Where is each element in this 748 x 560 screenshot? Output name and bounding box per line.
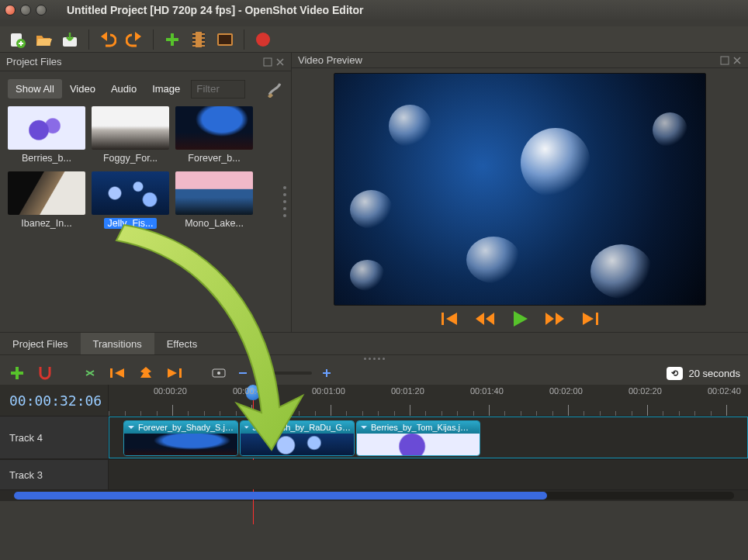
zoom-out-icon[interactable] <box>237 368 248 379</box>
timeline-clip[interactable]: Berries_by_Tom_Kijas.j… <box>356 420 480 456</box>
play-button[interactable] <box>511 310 528 327</box>
timeline: 00:00:32:06 00:00:2000:00:4000:01:0000:0… <box>0 385 748 501</box>
track-lane[interactable] <box>109 460 748 489</box>
svg-rect-21 <box>110 368 113 378</box>
svg-rect-6 <box>192 33 196 35</box>
project-file-label: Mono_Lake... <box>175 218 253 229</box>
clip-menu-icon[interactable] <box>244 423 249 431</box>
center-playhead-button[interactable] <box>210 364 228 382</box>
undock-icon[interactable] <box>263 57 272 67</box>
jump-start-button[interactable] <box>442 312 459 326</box>
tab-effects[interactable]: Effects <box>154 333 210 354</box>
project-files-filter-bar: Show All Video Audio Image <box>8 79 283 99</box>
horizontal-splitter[interactable] <box>0 355 748 361</box>
track-label[interactable]: Track 3 <box>0 460 109 489</box>
project-files-panel: Project Files Show All Video Audio Image… <box>0 53 292 332</box>
bottom-tab-bar: Project Files Transitions Effects <box>0 332 748 355</box>
thumbnail <box>175 171 253 215</box>
svg-rect-25 <box>239 372 247 374</box>
project-file-item[interactable]: Jelly_Fis... <box>92 171 169 231</box>
window-title: Untitled Project [HD 720p 24 fps] - Open… <box>67 4 363 16</box>
clip-title-bar: Forever_by_Shady_S.j… <box>124 421 237 434</box>
window-minimize-button[interactable] <box>20 5 31 16</box>
svg-rect-9 <box>192 45 196 47</box>
filter-tab-video[interactable]: Video <box>62 79 103 99</box>
svg-point-16 <box>256 33 270 47</box>
project-file-label: Berries_b... <box>8 153 85 164</box>
project-file-item[interactable]: Forever_b... <box>175 106 253 164</box>
fast-forward-button[interactable] <box>545 312 564 326</box>
zoom-in-icon[interactable] <box>321 368 332 379</box>
rewind-button[interactable] <box>476 312 494 326</box>
video-preview-panel: Video Preview <box>292 53 748 332</box>
project-file-item[interactable]: Foggy_For... <box>92 106 169 164</box>
filter-tab-show-all[interactable]: Show All <box>8 79 62 99</box>
clip-menu-icon[interactable] <box>127 423 135 431</box>
project-file-label: Foggy_For... <box>92 153 169 164</box>
next-marker-button[interactable] <box>164 364 183 382</box>
add-marker-button[interactable] <box>137 364 155 382</box>
svg-rect-8 <box>192 41 196 43</box>
undo-button[interactable] <box>99 30 117 49</box>
export-video-button[interactable] <box>254 30 272 49</box>
svg-rect-13 <box>202 45 205 47</box>
video-preview-header: Video Preview <box>292 53 748 68</box>
svg-rect-11 <box>202 37 205 39</box>
tab-transitions[interactable]: Transitions <box>81 333 154 354</box>
timeline-horizontal-scrollbar[interactable] <box>0 490 748 501</box>
track-label[interactable]: Track 4 <box>0 417 109 458</box>
video-preview-canvas <box>334 73 706 306</box>
clip-title: Jelly_Fish_by_RaDu_G… <box>252 423 351 432</box>
filter-tab-audio[interactable]: Audio <box>103 79 144 99</box>
undock-icon[interactable] <box>720 56 729 65</box>
new-project-button[interactable] <box>8 30 26 49</box>
close-panel-icon[interactable] <box>275 57 285 67</box>
svg-rect-17 <box>264 58 272 66</box>
clip-menu-icon[interactable] <box>360 423 368 431</box>
project-files-title: Project Files <box>6 56 62 67</box>
svg-rect-18 <box>721 57 729 64</box>
clear-filter-icon[interactable] <box>266 81 283 98</box>
zoom-slider[interactable] <box>258 372 312 375</box>
project-file-item[interactable]: Mono_Lake... <box>175 171 253 231</box>
clip-title: Berries_by_Tom_Kijas.j… <box>371 423 469 432</box>
clip-thumbnail <box>124 434 237 456</box>
clip-title: Forever_by_Shady_S.j… <box>138 423 234 432</box>
project-file-item[interactable]: Berries_b... <box>8 106 85 164</box>
svg-rect-10 <box>202 33 205 35</box>
add-track-button[interactable] <box>8 364 26 382</box>
prev-marker-button[interactable] <box>109 364 127 382</box>
jump-end-button[interactable] <box>581 312 598 326</box>
fullscreen-button[interactable] <box>216 30 234 49</box>
svg-point-24 <box>217 372 220 375</box>
filter-tab-image[interactable]: Image <box>144 79 188 99</box>
timeline-clip[interactable]: Forever_by_Shady_S.j… <box>123 420 238 456</box>
save-project-button[interactable] <box>61 30 79 49</box>
tab-project-files[interactable]: Project Files <box>0 333 81 354</box>
filter-input[interactable] <box>191 80 245 99</box>
project-file-item[interactable]: Ibanez_In... <box>8 171 85 231</box>
timeline-ruler[interactable]: 00:00:2000:00:4000:01:0000:01:2000:01:40… <box>109 385 748 416</box>
clip-title-bar: Jelly_Fish_by_RaDu_G… <box>241 421 354 434</box>
redo-button[interactable] <box>125 30 144 49</box>
svg-rect-15 <box>219 35 231 44</box>
main-toolbar <box>0 26 748 53</box>
snap-button[interactable] <box>36 364 54 382</box>
open-project-button[interactable] <box>34 30 53 49</box>
panel-resize-handle[interactable] <box>283 186 288 217</box>
timeline-track: Track 3 <box>0 459 748 490</box>
window-maximize-button[interactable] <box>36 5 47 16</box>
preview-controls <box>292 306 748 332</box>
razor-tool-button[interactable] <box>81 364 99 382</box>
thumbnail <box>92 171 169 215</box>
close-panel-icon[interactable] <box>732 56 742 65</box>
choose-profile-button[interactable] <box>189 30 208 49</box>
window-titlebar: Untitled Project [HD 720p 24 fps] - Open… <box>0 0 748 20</box>
timeline-clip[interactable]: Jelly_Fish_by_RaDu_G… <box>240 420 355 456</box>
svg-rect-19 <box>442 313 444 325</box>
track-lane[interactable]: Forever_by_Shady_S.j…Jelly_Fish_by_RaDu_… <box>109 417 748 458</box>
menubar[interactable] <box>0 20 748 26</box>
window-close-button[interactable] <box>5 5 16 16</box>
import-files-button[interactable] <box>163 30 182 49</box>
svg-rect-7 <box>192 37 196 39</box>
